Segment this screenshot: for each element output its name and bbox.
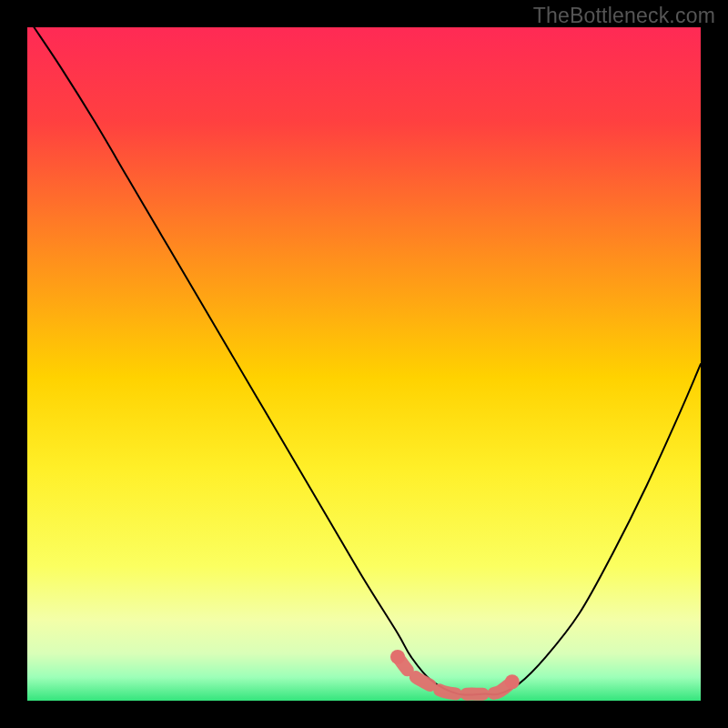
bottleneck-chart	[27, 27, 701, 701]
chart-frame: TheBottleneck.com	[0, 0, 728, 728]
plot-area	[27, 27, 701, 701]
watermark-text: TheBottleneck.com	[533, 4, 715, 28]
trough-end-dot	[505, 674, 520, 689]
gradient-background	[27, 27, 701, 701]
trough-end-dot	[390, 650, 405, 664]
